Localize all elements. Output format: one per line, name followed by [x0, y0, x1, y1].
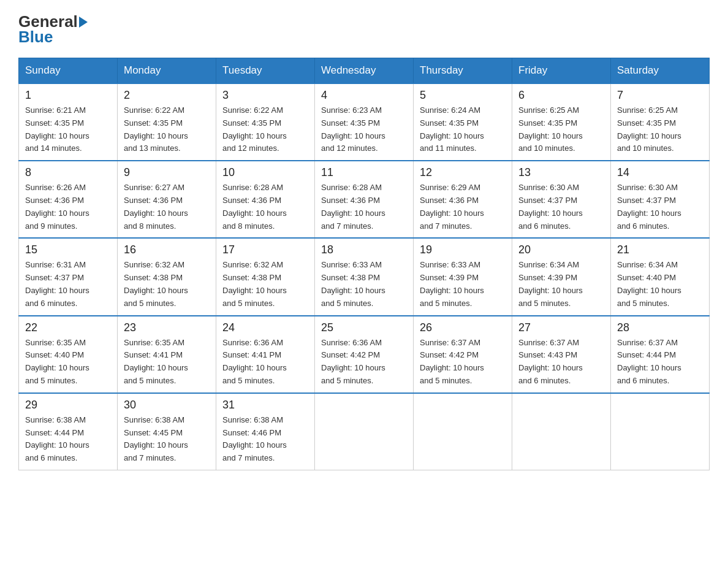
calendar-cell: 1 Sunrise: 6:21 AM Sunset: 4:35 PM Dayli… [19, 83, 118, 161]
day-number: 2 [124, 89, 210, 102]
day-number: 22 [25, 321, 111, 334]
calendar-table: SundayMondayTuesdayWednesdayThursdayFrid… [18, 58, 710, 470]
day-info: Sunrise: 6:38 AM Sunset: 4:44 PM Dayligh… [25, 414, 111, 465]
day-info: Sunrise: 6:33 AM Sunset: 4:38 PM Dayligh… [321, 259, 407, 310]
day-number: 25 [321, 321, 407, 334]
day-number: 12 [420, 166, 506, 179]
calendar-cell: 12 Sunrise: 6:29 AM Sunset: 4:36 PM Dayl… [414, 161, 512, 238]
calendar-cell [315, 393, 414, 470]
day-info: Sunrise: 6:26 AM Sunset: 4:36 PM Dayligh… [25, 182, 111, 232]
day-number: 30 [124, 399, 210, 412]
logo: General Blue [18, 12, 89, 47]
day-number: 31 [222, 399, 308, 412]
calendar-cell: 4 Sunrise: 6:23 AM Sunset: 4:35 PM Dayli… [315, 83, 414, 161]
day-number: 29 [25, 399, 111, 412]
day-info: Sunrise: 6:32 AM Sunset: 4:38 PM Dayligh… [222, 259, 308, 310]
day-number: 1 [25, 89, 111, 102]
calendar-cell: 27 Sunrise: 6:37 AM Sunset: 4:43 PM Dayl… [512, 316, 611, 393]
calendar-cell: 26 Sunrise: 6:37 AM Sunset: 4:42 PM Dayl… [414, 316, 512, 393]
day-number: 19 [420, 243, 506, 256]
day-info: Sunrise: 6:22 AM Sunset: 4:35 PM Dayligh… [222, 104, 308, 155]
calendar-cell: 15 Sunrise: 6:31 AM Sunset: 4:37 PM Dayl… [19, 238, 118, 315]
day-header-monday: Monday [118, 58, 216, 84]
calendar-cell: 14 Sunrise: 6:30 AM Sunset: 4:37 PM Dayl… [611, 161, 710, 238]
calendar-cell [414, 393, 512, 470]
day-number: 21 [617, 243, 703, 256]
day-info: Sunrise: 6:36 AM Sunset: 4:41 PM Dayligh… [222, 337, 308, 388]
day-info: Sunrise: 6:38 AM Sunset: 4:45 PM Dayligh… [124, 414, 210, 465]
day-number: 4 [321, 89, 407, 102]
day-info: Sunrise: 6:34 AM Sunset: 4:39 PM Dayligh… [518, 259, 604, 310]
day-info: Sunrise: 6:25 AM Sunset: 4:35 PM Dayligh… [617, 104, 703, 155]
week-row-3: 15 Sunrise: 6:31 AM Sunset: 4:37 PM Dayl… [19, 238, 710, 315]
calendar-cell: 28 Sunrise: 6:37 AM Sunset: 4:44 PM Dayl… [611, 316, 710, 393]
calendar-cell: 16 Sunrise: 6:32 AM Sunset: 4:38 PM Dayl… [118, 238, 216, 315]
calendar-cell: 7 Sunrise: 6:25 AM Sunset: 4:35 PM Dayli… [611, 83, 710, 161]
calendar-cell [512, 393, 611, 470]
day-number: 15 [25, 243, 111, 256]
calendar-cell: 19 Sunrise: 6:33 AM Sunset: 4:39 PM Dayl… [414, 238, 512, 315]
day-number: 13 [518, 166, 604, 179]
calendar-cell: 30 Sunrise: 6:38 AM Sunset: 4:45 PM Dayl… [118, 393, 216, 470]
calendar-cell: 22 Sunrise: 6:35 AM Sunset: 4:40 PM Dayl… [19, 316, 118, 393]
day-info: Sunrise: 6:33 AM Sunset: 4:39 PM Dayligh… [420, 259, 506, 310]
day-info: Sunrise: 6:24 AM Sunset: 4:35 PM Dayligh… [420, 104, 506, 155]
day-header-wednesday: Wednesday [315, 58, 414, 84]
day-number: 5 [420, 89, 506, 102]
calendar-cell: 18 Sunrise: 6:33 AM Sunset: 4:38 PM Dayl… [315, 238, 414, 315]
day-number: 20 [518, 243, 604, 256]
calendar-cell: 24 Sunrise: 6:36 AM Sunset: 4:41 PM Dayl… [216, 316, 315, 393]
day-info: Sunrise: 6:31 AM Sunset: 4:37 PM Dayligh… [25, 259, 111, 310]
calendar-cell: 3 Sunrise: 6:22 AM Sunset: 4:35 PM Dayli… [216, 83, 315, 161]
calendar-cell: 8 Sunrise: 6:26 AM Sunset: 4:36 PM Dayli… [19, 161, 118, 238]
calendar-cell: 21 Sunrise: 6:34 AM Sunset: 4:40 PM Dayl… [611, 238, 710, 315]
day-number: 28 [617, 321, 703, 334]
calendar-cell: 10 Sunrise: 6:28 AM Sunset: 4:36 PM Dayl… [216, 161, 315, 238]
day-header-friday: Friday [512, 58, 611, 84]
week-row-5: 29 Sunrise: 6:38 AM Sunset: 4:44 PM Dayl… [19, 393, 710, 470]
week-row-2: 8 Sunrise: 6:26 AM Sunset: 4:36 PM Dayli… [19, 161, 710, 238]
day-info: Sunrise: 6:30 AM Sunset: 4:37 PM Dayligh… [617, 182, 703, 232]
days-header-row: SundayMondayTuesdayWednesdayThursdayFrid… [19, 58, 710, 84]
day-info: Sunrise: 6:34 AM Sunset: 4:40 PM Dayligh… [617, 259, 703, 310]
day-number: 9 [124, 166, 210, 179]
day-header-tuesday: Tuesday [216, 58, 315, 84]
header: General Blue [18, 12, 710, 47]
day-info: Sunrise: 6:38 AM Sunset: 4:46 PM Dayligh… [222, 414, 308, 465]
calendar-cell: 6 Sunrise: 6:25 AM Sunset: 4:35 PM Dayli… [512, 83, 611, 161]
day-number: 23 [124, 321, 210, 334]
day-header-saturday: Saturday [611, 58, 710, 84]
day-info: Sunrise: 6:29 AM Sunset: 4:36 PM Dayligh… [420, 182, 506, 232]
day-info: Sunrise: 6:37 AM Sunset: 4:43 PM Dayligh… [518, 337, 604, 388]
day-info: Sunrise: 6:25 AM Sunset: 4:35 PM Dayligh… [518, 104, 604, 155]
week-row-1: 1 Sunrise: 6:21 AM Sunset: 4:35 PM Dayli… [19, 83, 710, 161]
day-info: Sunrise: 6:35 AM Sunset: 4:40 PM Dayligh… [25, 337, 111, 388]
day-number: 14 [617, 166, 703, 179]
logo-blue-label: Blue [18, 28, 53, 46]
day-info: Sunrise: 6:35 AM Sunset: 4:41 PM Dayligh… [124, 337, 210, 388]
day-number: 10 [222, 166, 308, 179]
calendar-cell: 2 Sunrise: 6:22 AM Sunset: 4:35 PM Dayli… [118, 83, 216, 161]
day-header-sunday: Sunday [19, 58, 118, 84]
day-number: 7 [617, 89, 703, 102]
calendar-cell: 31 Sunrise: 6:38 AM Sunset: 4:46 PM Dayl… [216, 393, 315, 470]
day-number: 16 [124, 243, 210, 256]
calendar-cell [611, 393, 710, 470]
day-info: Sunrise: 6:27 AM Sunset: 4:36 PM Dayligh… [124, 182, 210, 232]
day-number: 24 [222, 321, 308, 334]
day-info: Sunrise: 6:22 AM Sunset: 4:35 PM Dayligh… [124, 104, 210, 155]
logo-arrow-icon [79, 17, 88, 28]
logo-blue-row: Blue [18, 28, 53, 47]
day-number: 3 [222, 89, 308, 102]
day-number: 8 [25, 166, 111, 179]
day-number: 27 [518, 321, 604, 334]
calendar-cell: 5 Sunrise: 6:24 AM Sunset: 4:35 PM Dayli… [414, 83, 512, 161]
calendar-cell: 25 Sunrise: 6:36 AM Sunset: 4:42 PM Dayl… [315, 316, 414, 393]
day-info: Sunrise: 6:30 AM Sunset: 4:37 PM Dayligh… [518, 182, 604, 232]
day-number: 17 [222, 243, 308, 256]
day-info: Sunrise: 6:23 AM Sunset: 4:35 PM Dayligh… [321, 104, 407, 155]
week-row-4: 22 Sunrise: 6:35 AM Sunset: 4:40 PM Dayl… [19, 316, 710, 393]
day-header-thursday: Thursday [414, 58, 512, 84]
calendar-cell: 29 Sunrise: 6:38 AM Sunset: 4:44 PM Dayl… [19, 393, 118, 470]
calendar-cell: 23 Sunrise: 6:35 AM Sunset: 4:41 PM Dayl… [118, 316, 216, 393]
